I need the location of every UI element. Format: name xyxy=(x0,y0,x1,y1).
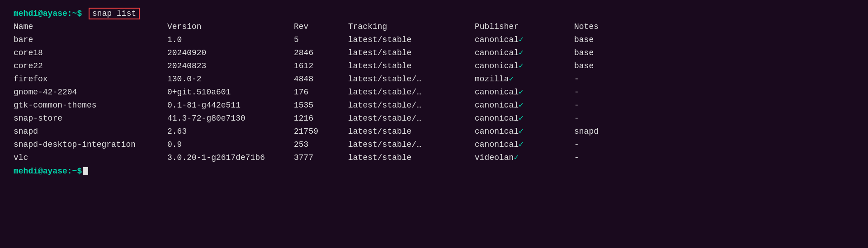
snap-rev: 4848 xyxy=(294,73,348,85)
snap-version: 41.3-72-g80e7130 xyxy=(167,112,294,125)
snap-publisher: canonical✓ xyxy=(475,34,574,46)
prompt-command: snap list xyxy=(84,9,140,18)
snap-publisher: canonical✓ xyxy=(475,86,574,98)
snap-version: 2.63 xyxy=(167,126,294,138)
snap-rev: 253 xyxy=(294,139,348,151)
snap-name: vlc xyxy=(14,152,167,164)
table-row: firefox 130.0-2 4848 latest/stable/… moz… xyxy=(14,73,854,85)
snap-version: 20240823 xyxy=(167,60,294,72)
snap-name: gnome-42-2204 xyxy=(14,86,167,98)
publisher-name: canonical xyxy=(475,35,519,44)
snap-notes: - xyxy=(574,73,579,85)
prompt-user: mehdi@ayase:~$ xyxy=(14,9,82,18)
snap-name: snap-store xyxy=(14,112,167,125)
snap-tracking: latest/stable xyxy=(348,34,475,46)
snap-tracking: latest/stable xyxy=(348,152,475,164)
table-row: gtk-common-themes 0.1-81-g442e511 1535 l… xyxy=(14,99,854,112)
snap-notes: base xyxy=(574,60,594,72)
table-row: snap-store 41.3-72-g80e7130 1216 latest/… xyxy=(14,112,854,125)
snap-publisher: videolan✓ xyxy=(475,152,574,164)
verified-checkmark: ✓ xyxy=(519,61,524,70)
snap-publisher: canonical✓ xyxy=(475,60,574,72)
publisher-name: canonical xyxy=(475,101,519,110)
header-name: Name xyxy=(14,21,167,33)
snap-rev: 1612 xyxy=(294,60,348,72)
publisher-name: canonical xyxy=(475,88,519,97)
publisher-name: canonical xyxy=(475,114,519,123)
snap-tracking: latest/stable/… xyxy=(348,99,475,112)
publisher-name: mozilla xyxy=(475,75,509,84)
snap-tracking: latest/stable/… xyxy=(348,112,475,125)
verified-checkmark: ✓ xyxy=(514,153,519,162)
table-row: bare 1.0 5 latest/stable canonical✓ base xyxy=(14,34,854,46)
snap-tracking: latest/stable/… xyxy=(348,86,475,98)
snap-notes: - xyxy=(574,139,579,151)
snap-notes: - xyxy=(574,112,579,125)
snap-name: firefox xyxy=(14,73,167,85)
verified-checkmark: ✓ xyxy=(519,88,524,97)
snap-version: 130.0-2 xyxy=(167,73,294,85)
command-highlight: snap list xyxy=(89,8,140,19)
snap-publisher: canonical✓ xyxy=(475,139,574,151)
snap-version: 0+git.510a601 xyxy=(167,86,294,98)
snap-tracking: latest/stable xyxy=(348,60,475,72)
header-notes: Notes xyxy=(574,21,599,33)
snap-publisher: canonical✓ xyxy=(475,112,574,125)
snap-version: 0.1-81-g442e511 xyxy=(167,99,294,112)
snap-version: 0.9 xyxy=(167,139,294,151)
snap-version: 1.0 xyxy=(167,34,294,46)
snap-publisher: canonical✓ xyxy=(475,99,574,112)
snap-rev: 176 xyxy=(294,86,348,98)
publisher-name: videolan xyxy=(475,153,514,162)
header-publisher: Publisher xyxy=(475,21,574,33)
table-row: snapd 2.63 21759 latest/stable canonical… xyxy=(14,126,854,138)
header-rev: Rev xyxy=(294,21,348,33)
snap-name: core22 xyxy=(14,60,167,72)
publisher-name: canonical xyxy=(475,61,519,70)
table-row: vlc 3.0.20-1-g2617de71b6 3777 latest/sta… xyxy=(14,152,854,164)
verified-checkmark: ✓ xyxy=(519,101,524,110)
table-body: bare 1.0 5 latest/stable canonical✓ base… xyxy=(14,34,854,164)
snap-name: gtk-common-themes xyxy=(14,99,167,112)
snap-notes: snapd xyxy=(574,126,599,138)
verified-checkmark: ✓ xyxy=(509,75,514,84)
snap-publisher: mozilla✓ xyxy=(475,73,574,85)
snap-rev: 3777 xyxy=(294,152,348,164)
bottom-prompt-line: mehdi@ayase:~$ xyxy=(14,167,854,176)
table-header: Name Version Rev Tracking Publisher Note… xyxy=(14,21,854,33)
snap-name: snapd-desktop-integration xyxy=(14,139,167,151)
publisher-name: canonical xyxy=(475,127,519,136)
snap-notes: - xyxy=(574,99,579,112)
command-line: mehdi@ayase:~$ snap list xyxy=(14,9,854,18)
snap-tracking: latest/stable xyxy=(348,126,475,138)
bottom-prompt-user: mehdi@ayase:~$ xyxy=(14,167,82,176)
snap-version: 3.0.20-1-g2617de71b6 xyxy=(167,152,294,164)
table-row: snapd-desktop-integration 0.9 253 latest… xyxy=(14,139,854,151)
header-tracking: Tracking xyxy=(348,21,475,33)
snap-table: Name Version Rev Tracking Publisher Note… xyxy=(14,21,854,33)
snap-rev: 1535 xyxy=(294,99,348,112)
table-row: core22 20240823 1612 latest/stable canon… xyxy=(14,60,854,72)
terminal: mehdi@ayase:~$ snap list Name Version Re… xyxy=(14,9,854,239)
verified-checkmark: ✓ xyxy=(519,35,524,44)
snap-version: 20240920 xyxy=(167,47,294,59)
publisher-name: canonical xyxy=(475,48,519,57)
snap-notes: - xyxy=(574,86,579,98)
verified-checkmark: ✓ xyxy=(519,114,524,123)
verified-checkmark: ✓ xyxy=(519,48,524,57)
snap-rev: 2846 xyxy=(294,47,348,59)
verified-checkmark: ✓ xyxy=(519,127,524,136)
snap-name: bare xyxy=(14,34,167,46)
snap-rev: 5 xyxy=(294,34,348,46)
snap-notes: - xyxy=(574,152,579,164)
table-row: gnome-42-2204 0+git.510a601 176 latest/s… xyxy=(14,86,854,98)
snap-rev: 1216 xyxy=(294,112,348,125)
table-row: core18 20240920 2846 latest/stable canon… xyxy=(14,47,854,59)
snap-name: core18 xyxy=(14,47,167,59)
snap-name: snapd xyxy=(14,126,167,138)
header-version: Version xyxy=(167,21,294,33)
snap-notes: base xyxy=(574,47,594,59)
snap-tracking: latest/stable xyxy=(348,47,475,59)
snap-publisher: canonical✓ xyxy=(475,47,574,59)
publisher-name: canonical xyxy=(475,140,519,149)
